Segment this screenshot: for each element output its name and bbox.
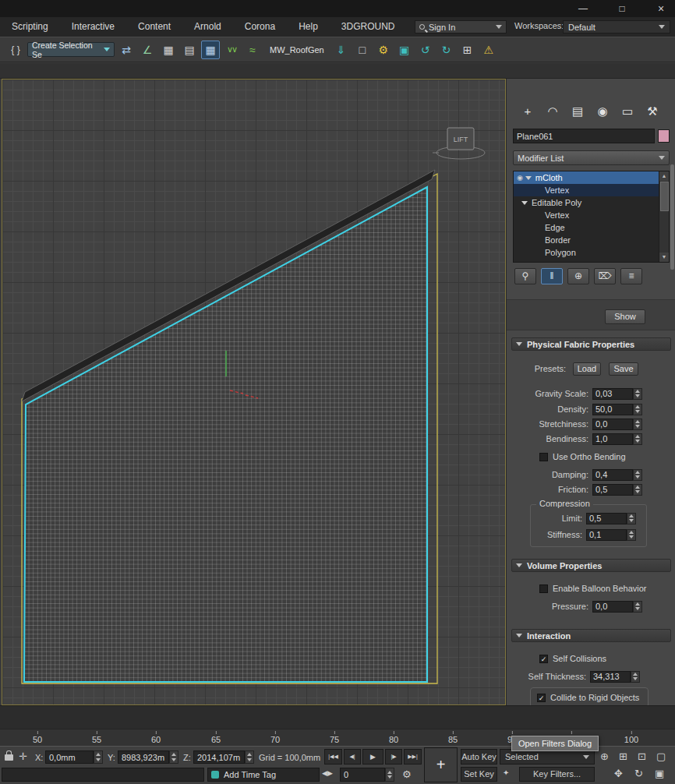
pan-hand-icon[interactable]: ✥ xyxy=(614,768,623,779)
visibility-eye-icon[interactable]: ◉ xyxy=(517,174,523,182)
spinner[interactable] xyxy=(385,768,394,782)
grid-pair-icon[interactable]: ⊞ xyxy=(458,41,477,59)
menu-3dground[interactable]: 3DGROUND xyxy=(330,17,407,37)
stack-row-edge[interactable]: Edge xyxy=(514,221,660,234)
stiffness-field[interactable]: 0,1 xyxy=(586,529,627,541)
configure-modifier-sets-button[interactable]: ≡ xyxy=(620,268,642,284)
modifier-list-dropdown[interactable]: Modifier List xyxy=(513,150,670,165)
go-to-end-button[interactable]: ▶▶| xyxy=(404,749,422,765)
curve-editor-icon[interactable]: ≈ xyxy=(243,41,262,59)
stack-row-vertex[interactable]: Vertex xyxy=(514,209,660,221)
render-setup-gear-icon[interactable]: ⚙ xyxy=(374,41,393,59)
xyz-coords-icon[interactable]: ✛ xyxy=(19,750,27,762)
warning-icon[interactable]: ⚠ xyxy=(479,41,498,59)
rollout-interaction[interactable]: Interaction xyxy=(511,629,671,642)
spinner[interactable] xyxy=(627,529,636,541)
selection-set-dropdown[interactable]: Create Selection Se xyxy=(27,42,115,57)
friction-field[interactable]: 0,5 xyxy=(592,484,633,496)
menu-scripting[interactable]: Scripting xyxy=(0,17,60,37)
zoom-all-icon[interactable]: ⊞ xyxy=(619,750,627,762)
tab-create[interactable]: + xyxy=(518,102,538,121)
z-coordinate-field[interactable]: 2014,107m xyxy=(193,750,245,764)
collide-rigid-checkbox[interactable]: ✓ xyxy=(537,694,546,702)
key-filter-icon[interactable]: ✦ xyxy=(503,768,509,777)
remove-modifier-button[interactable]: ⌦ xyxy=(594,268,616,284)
spinner[interactable] xyxy=(245,750,254,764)
maximize-button[interactable]: □ xyxy=(606,0,638,17)
layer-manager-icon[interactable]: ▤ xyxy=(180,41,199,59)
save-button[interactable]: Save xyxy=(609,362,638,376)
object-name-field[interactable]: Plane061 xyxy=(513,129,655,143)
limit-field[interactable]: 0,5 xyxy=(586,513,627,524)
selected-set-dropdown[interactable]: Selected xyxy=(500,749,595,765)
panel-scrollbar[interactable] xyxy=(670,164,674,270)
make-unique-button[interactable]: ⊕ xyxy=(567,268,589,284)
iterative-render-icon[interactable]: ↺ xyxy=(416,41,435,59)
auto-key-button[interactable]: Auto Key xyxy=(461,749,497,765)
orbit-icon[interactable]: ↻ xyxy=(634,768,643,779)
ribbon-toggle-icon[interactable]: ▦ xyxy=(201,41,220,59)
go-to-start-button[interactable]: |◀◀ xyxy=(324,749,342,765)
stack-row-border[interactable]: Border xyxy=(514,234,660,246)
rollout-physical-fabric[interactable]: Physical Fabric Properties xyxy=(511,337,671,351)
zoom-icon[interactable]: ⊕ xyxy=(600,750,609,762)
menu-arnold[interactable]: Arnold xyxy=(182,17,233,37)
pin-stack-button[interactable]: ⚲ xyxy=(514,268,536,284)
y-coordinate-field[interactable]: 8983,923m xyxy=(118,750,169,764)
gravity-scale-field[interactable]: 0,03 xyxy=(592,388,633,400)
self-thickness-field[interactable]: 34,313 xyxy=(590,671,631,683)
mirror-tool-icon[interactable]: ⇄ xyxy=(117,41,136,59)
chevrons-icon[interactable]: ∨∨ xyxy=(222,41,241,59)
render-import-icon[interactable]: ⇓ xyxy=(332,41,351,59)
spinner[interactable] xyxy=(633,404,642,415)
pressure-field[interactable]: 0,0 xyxy=(592,601,633,613)
menu-interactive[interactable]: Interactive xyxy=(60,17,126,37)
roofgen-script-label[interactable]: MW_RoofGen xyxy=(270,45,324,55)
spinner[interactable] xyxy=(633,484,642,496)
key-step-toggle-icon[interactable]: ◀▶ xyxy=(322,769,333,777)
show-end-result-button[interactable]: ‖ xyxy=(541,268,563,284)
selection-lock-icon[interactable] xyxy=(5,754,13,761)
density-field[interactable]: 50,0 xyxy=(592,404,633,415)
play-button[interactable]: ▶ xyxy=(362,749,383,765)
ortho-bending-checkbox[interactable] xyxy=(539,453,548,461)
array-tool-icon[interactable]: ▦ xyxy=(159,41,178,59)
stretchiness-field[interactable]: 0,0 xyxy=(592,418,633,430)
rendered-frame-icon[interactable]: ▣ xyxy=(395,41,414,59)
key-filters-button[interactable]: Key Filters... xyxy=(519,767,595,782)
load-button[interactable]: Load xyxy=(573,362,601,376)
tab-utilities[interactable]: ⚒ xyxy=(642,102,663,121)
snaps-toggle-icon[interactable]: ∠ xyxy=(138,41,157,59)
rollout-volume-properties[interactable]: Volume Properties xyxy=(511,559,671,572)
viewport[interactable]: LIFT xyxy=(2,79,506,705)
spinner[interactable] xyxy=(633,418,642,430)
minimize-button[interactable]: — xyxy=(567,0,599,17)
add-time-tag[interactable]: Add Time Tag xyxy=(207,768,320,782)
production-render-icon[interactable]: ↻ xyxy=(437,41,456,59)
zoom-region-icon[interactable]: ▢ xyxy=(656,750,666,762)
spinner[interactable] xyxy=(633,601,642,613)
previous-frame-button[interactable]: ◀| xyxy=(344,749,361,765)
spinner[interactable] xyxy=(633,433,642,445)
stack-scrollbar[interactable]: ▲ ▼ xyxy=(659,171,669,262)
set-keys-big-button[interactable]: + xyxy=(424,747,458,782)
show-button[interactable]: Show xyxy=(605,309,645,324)
sign-in-dropdown[interactable]: Sign In xyxy=(415,20,507,34)
tab-display[interactable]: ▭ xyxy=(617,102,638,121)
self-collisions-checkbox[interactable]: ✓ xyxy=(539,655,548,663)
next-frame-button[interactable]: |▶ xyxy=(385,749,402,765)
workspace-dropdown[interactable]: Default xyxy=(563,20,670,34)
maximize-viewport-icon[interactable]: ▣ xyxy=(655,768,664,779)
stack-row-editable-poly[interactable]: Editable Poly xyxy=(514,196,660,209)
tab-hierarchy[interactable]: ▤ xyxy=(567,102,588,121)
maxscript-icon[interactable]: { } xyxy=(6,41,25,59)
stack-row-mcloth[interactable]: ◉ mCloth xyxy=(514,171,660,184)
tab-motion[interactable]: ◉ xyxy=(592,102,613,121)
tab-modify[interactable]: ◠ xyxy=(542,102,563,121)
track-bar[interactable] xyxy=(0,705,675,729)
zoom-extents-icon[interactable]: ⊡ xyxy=(638,750,646,762)
balloon-behavior-checkbox[interactable] xyxy=(539,584,548,593)
spinner[interactable] xyxy=(633,469,642,481)
spinner[interactable] xyxy=(94,750,103,764)
object-color-swatch[interactable] xyxy=(658,129,670,143)
